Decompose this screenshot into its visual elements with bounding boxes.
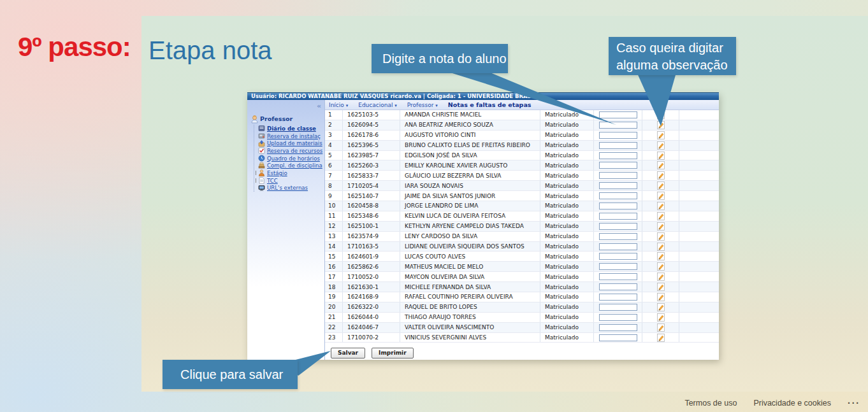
sidebar-item-label: Reserva de instalaç xyxy=(267,133,321,139)
nota-input[interactable] xyxy=(599,283,637,290)
student-row: 131623574-9LENY CARDOSO DA SILVAMatricul… xyxy=(325,232,719,242)
nota-input[interactable] xyxy=(599,233,637,240)
student-name: KELVIN LUCA DE OLIVEIRA FEITOSA xyxy=(400,211,540,221)
status-label: Matriculado xyxy=(540,333,594,343)
row-number: 6 xyxy=(325,160,343,170)
observacao-pencil-icon[interactable] xyxy=(657,152,665,160)
student-id: 1625260-3 xyxy=(343,160,400,170)
observacao-pencil-icon[interactable] xyxy=(657,283,665,291)
status-label: Matriculado xyxy=(540,120,594,130)
observacao-pencil-icon[interactable] xyxy=(657,192,665,200)
sidebar-item-reserva-de-instalacao[interactable]: Reserva de instalaç xyxy=(256,132,324,140)
sidebar-item-label: Reserva de recursos xyxy=(267,148,322,154)
expand-plus-icon[interactable]: + xyxy=(256,171,256,175)
expand-plus-icon[interactable]: + xyxy=(256,178,256,183)
nota-input[interactable] xyxy=(599,182,637,189)
nota-input[interactable] xyxy=(599,334,637,341)
row-number: 8 xyxy=(325,181,343,190)
student-name: LIDIANE OLIVEIRA SIQUEIRA DOS SANTOS xyxy=(400,242,540,252)
status-label: Matriculado xyxy=(540,191,594,201)
observacao-pencil-icon[interactable] xyxy=(657,121,665,129)
student-id: 1626178-6 xyxy=(343,131,400,140)
student-id: 1625862-6 xyxy=(343,262,400,271)
nota-input[interactable] xyxy=(599,263,637,270)
save-button[interactable]: Salvar xyxy=(331,348,365,359)
page-title: Etapa nota xyxy=(148,36,272,65)
user-bar: Usuário: RICARDO WATANABE RUIZ VASQUES r… xyxy=(247,92,719,100)
nota-input[interactable] xyxy=(599,152,637,159)
student-name: EMILLY KAROLINE XAVIER AUGUSTO xyxy=(400,160,540,170)
row-number: 22 xyxy=(325,323,343,332)
nota-input[interactable] xyxy=(599,213,637,220)
status-label: Matriculado xyxy=(540,211,594,221)
nota-input[interactable] xyxy=(599,314,637,321)
observacao-pencil-icon[interactable] xyxy=(657,313,665,322)
status-label: Matriculado xyxy=(540,141,594,150)
row-number: 15 xyxy=(325,252,343,261)
observacao-pencil-icon[interactable] xyxy=(657,202,665,210)
observacao-pencil-icon[interactable] xyxy=(657,273,665,281)
nota-input[interactable] xyxy=(599,324,637,331)
nota-input[interactable] xyxy=(599,111,637,118)
terms-link[interactable]: Termos de uso xyxy=(684,399,737,408)
nota-input[interactable] xyxy=(599,273,637,280)
observacao-pencil-icon[interactable] xyxy=(657,171,665,180)
sidebar-item-diario-de-classe[interactable]: Diário de classe xyxy=(256,125,324,132)
row-number: 3 xyxy=(325,131,343,140)
sidebar-collapse-icon[interactable]: « xyxy=(317,102,321,110)
menu-inicio[interactable]: Início ▾ xyxy=(329,102,348,108)
observacao-pencil-icon[interactable] xyxy=(657,232,665,241)
student-id: 1625833-7 xyxy=(343,171,400,180)
observacao-pencil-icon[interactable] xyxy=(657,222,665,231)
nota-input[interactable] xyxy=(599,142,637,149)
status-label: Matriculado xyxy=(540,232,594,241)
sidebar-item-reserva-de-recursos[interactable]: Reserva de recursos xyxy=(256,147,324,155)
observacao-pencil-icon[interactable] xyxy=(657,181,665,190)
nota-input[interactable] xyxy=(599,294,637,301)
nota-input[interactable] xyxy=(599,243,637,250)
observacao-pencil-icon[interactable] xyxy=(657,212,665,220)
student-id: 1626044-0 xyxy=(343,313,400,322)
sidebar-item-compl-de-disciplina[interactable]: Compl. de disciplina xyxy=(256,162,324,169)
observacao-pencil-icon[interactable] xyxy=(657,131,665,139)
student-name: GLÁUCIO LUIZ BEZERRA DA SILVA xyxy=(400,171,540,180)
observacao-pencil-icon[interactable] xyxy=(657,293,665,301)
status-label: Matriculado xyxy=(540,201,594,211)
observacao-pencil-icon[interactable] xyxy=(657,334,665,342)
nota-input[interactable] xyxy=(599,304,637,311)
observacao-pencil-icon[interactable] xyxy=(657,262,665,271)
status-label: Matriculado xyxy=(540,110,594,120)
observacao-pencil-icon[interactable] xyxy=(657,141,665,150)
row-number: 9 xyxy=(325,191,343,201)
nota-input[interactable] xyxy=(599,253,637,260)
student-row: 81710205-4IARA SOUZA NOVAISMatriculado xyxy=(325,181,719,191)
privacy-link[interactable]: Privacidade e cookies xyxy=(753,399,831,408)
sidebar-item-upload-de-materiais[interactable]: Upload de materiais xyxy=(256,139,324,147)
app-screenshot: Usuário: RICARDO WATANABE RUIZ VASQUES r… xyxy=(247,92,719,360)
student-id: 1624601-9 xyxy=(343,252,400,261)
nota-input[interactable] xyxy=(599,122,637,129)
nota-input[interactable] xyxy=(599,162,637,169)
observacao-pencil-icon[interactable] xyxy=(657,111,665,119)
observacao-pencil-icon[interactable] xyxy=(657,323,665,332)
nota-input[interactable] xyxy=(599,172,637,179)
observacao-pencil-icon[interactable] xyxy=(657,252,665,260)
nota-input[interactable] xyxy=(599,223,637,230)
observacao-pencil-icon[interactable] xyxy=(657,243,665,251)
menu-educacional[interactable]: Educacional ▾ xyxy=(358,102,397,108)
student-name: VALTER OLIVEIRA NASCIMENTO xyxy=(400,323,540,332)
nota-input[interactable] xyxy=(599,202,637,210)
sidebar-item-urls-externas[interactable]: URL's externas xyxy=(256,185,324,192)
sidebar-item-quadro-de-horarios[interactable]: Quadro de horários xyxy=(256,155,324,162)
nota-input[interactable] xyxy=(599,132,637,139)
observacao-pencil-icon[interactable] xyxy=(657,161,665,169)
nota-input[interactable] xyxy=(599,192,637,199)
sidebar-item-estagio[interactable]: +Estágio xyxy=(256,169,324,177)
menu-professor[interactable]: Professor ▾ xyxy=(407,102,438,108)
student-row: 41625396-5BRUNO CALIXTO ELIAS DE FREITAS… xyxy=(325,141,719,151)
student-id: 1620458-8 xyxy=(343,201,400,211)
observacao-pencil-icon[interactable] xyxy=(657,303,665,311)
more-options-button[interactable]: ··· xyxy=(848,398,860,408)
sidebar-item-tcc[interactable]: +TCC xyxy=(256,177,324,185)
print-button[interactable]: Imprimir xyxy=(372,348,414,359)
